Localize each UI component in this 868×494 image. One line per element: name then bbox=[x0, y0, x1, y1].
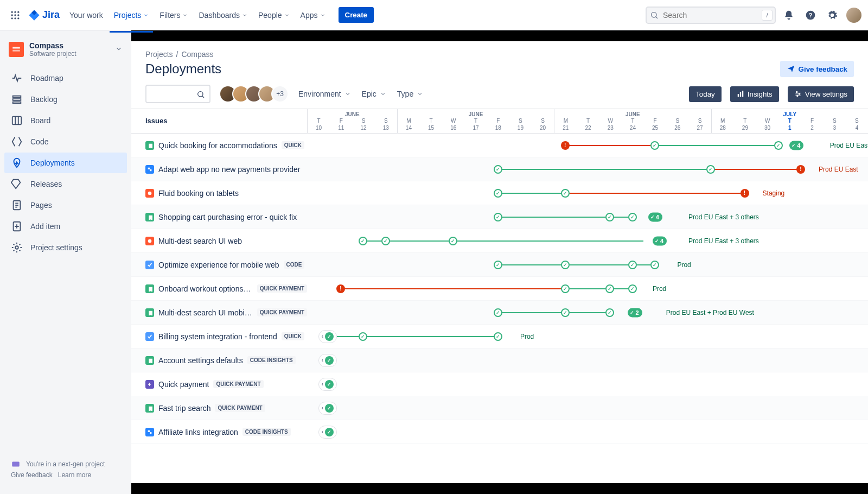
deployment-count-badge[interactable]: 4 bbox=[789, 141, 803, 150]
timeline-row[interactable]: Quick booking for accommodationsQUICK4Pr… bbox=[131, 134, 868, 157]
assignee-filter[interactable]: +3 bbox=[219, 85, 289, 103]
sidebar-item-add-item[interactable]: Add item bbox=[4, 216, 127, 237]
timeline-row[interactable]: Account settings defaultsCODE INSIGHTS‹✓ bbox=[131, 349, 868, 372]
collapsed-deployment-pill[interactable]: ‹✓ bbox=[318, 402, 337, 415]
sidebar-item-code[interactable]: Code bbox=[4, 131, 127, 152]
svg-rect-13 bbox=[12, 50, 20, 52]
nav-item-filters[interactable]: Filters bbox=[155, 8, 192, 23]
deployment-success-icon[interactable] bbox=[359, 332, 367, 341]
issue-type-icon bbox=[145, 213, 154, 221]
deployment-fail-icon[interactable] bbox=[336, 284, 345, 293]
sidebar-item-pages[interactable]: Pages bbox=[4, 195, 127, 216]
settings-icon[interactable] bbox=[824, 7, 841, 24]
deployment-success-icon[interactable] bbox=[561, 284, 570, 293]
nav-item-projects[interactable]: Projects bbox=[110, 8, 154, 23]
issue-tag: CODE INSIGHTS bbox=[242, 428, 291, 436]
timeline-row[interactable]: Shopping cart purchasing error - quick f… bbox=[131, 205, 868, 229]
collapsed-deployment-pill[interactable]: ‹✓ bbox=[318, 378, 337, 391]
timeline-row[interactable]: Quick paymentQUICK PAYMENT‹✓ bbox=[131, 372, 868, 396]
deployment-success-icon[interactable] bbox=[494, 213, 502, 221]
project-switcher[interactable]: Compass Software project bbox=[4, 41, 127, 67]
timeline-row[interactable]: Affiliate links integrationCODE INSIGHTS… bbox=[131, 420, 868, 444]
page-title: Deployments bbox=[145, 61, 221, 77]
nav-item-people[interactable]: People bbox=[254, 8, 294, 23]
sidebar-item-board[interactable]: Board bbox=[4, 110, 127, 131]
deployment-success-icon[interactable] bbox=[605, 213, 614, 221]
environment-label: Prod bbox=[520, 333, 534, 340]
deployment-success-icon[interactable] bbox=[561, 189, 570, 198]
nav-item-apps[interactable]: Apps bbox=[296, 8, 330, 23]
sidebar-item-releases[interactable]: Releases bbox=[4, 174, 127, 194]
insights-button[interactable]: Insights bbox=[730, 86, 779, 102]
breadcrumb[interactable]: Projects/Compass bbox=[145, 50, 854, 59]
collapsed-deployment-pill[interactable]: ‹✓ bbox=[318, 354, 337, 367]
sidebar-item-project-settings[interactable]: Project settings bbox=[4, 237, 127, 258]
environment-label: Prod EU East bbox=[819, 166, 858, 173]
deployment-count-badge[interactable]: 4 bbox=[653, 236, 667, 245]
nav-item-dashboards[interactable]: Dashboards bbox=[194, 8, 252, 23]
view-settings-button[interactable]: View settings bbox=[788, 86, 854, 102]
user-avatar[interactable] bbox=[846, 8, 861, 23]
deployment-success-icon[interactable] bbox=[561, 261, 570, 269]
svg-rect-25 bbox=[742, 91, 743, 97]
svg-point-7 bbox=[14, 17, 16, 19]
create-button[interactable]: Create bbox=[339, 7, 374, 23]
deployment-success-icon[interactable] bbox=[359, 237, 367, 245]
deployment-success-icon[interactable] bbox=[381, 237, 390, 245]
help-icon[interactable]: ? bbox=[802, 7, 819, 24]
deployment-success-icon[interactable] bbox=[494, 165, 502, 174]
timeline-row[interactable]: Billing system integration - frontendQUI… bbox=[131, 325, 868, 349]
epic-filter[interactable]: Epic bbox=[361, 86, 387, 102]
svg-text:?: ? bbox=[808, 11, 812, 18]
search-box[interactable]: / bbox=[646, 7, 776, 24]
timeline-row[interactable]: Fast trip searchQUICK PAYMENT‹✓ bbox=[131, 396, 868, 420]
deployment-success-icon[interactable] bbox=[494, 189, 502, 198]
search-icon bbox=[650, 11, 659, 21]
sidebar-footer: You're in a next-gen project Give feedba… bbox=[4, 455, 127, 483]
deployment-count-badge[interactable]: 4 bbox=[648, 212, 662, 221]
app-switcher-icon[interactable] bbox=[7, 7, 24, 24]
search-icon bbox=[196, 90, 205, 100]
deployment-success-icon[interactable] bbox=[706, 165, 715, 174]
deployment-success-icon[interactable] bbox=[494, 332, 502, 341]
timeline-row[interactable]: Multi-dest search UI web4Prod EU East + … bbox=[131, 229, 868, 253]
jira-logo[interactable]: Jira bbox=[28, 9, 60, 21]
give-feedback-link[interactable]: Give feedback bbox=[11, 471, 53, 479]
sidebar-item-backlog[interactable]: Backlog bbox=[4, 89, 127, 110]
deployment-success-icon[interactable] bbox=[449, 237, 457, 245]
collapsed-deployment-pill[interactable]: ‹✓ bbox=[318, 426, 337, 439]
deployment-success-icon[interactable] bbox=[494, 261, 502, 269]
deployment-success-icon[interactable] bbox=[605, 284, 614, 293]
deployment-fail-icon[interactable] bbox=[741, 189, 749, 198]
timeline-row[interactable]: Fluid booking on tabletsStaging bbox=[131, 181, 868, 205]
deployment-success-icon[interactable] bbox=[605, 308, 614, 317]
search-input[interactable] bbox=[646, 7, 776, 24]
sidebar-item-roadmap[interactable]: Roadmap bbox=[4, 68, 127, 88]
timeline-row[interactable]: Multi-dest search UI mobilewebQUICK PAYM… bbox=[131, 301, 868, 325]
deployment-fail-icon[interactable] bbox=[561, 141, 570, 150]
filter-search[interactable] bbox=[145, 85, 210, 103]
bell-icon[interactable] bbox=[780, 7, 797, 24]
deployment-success-icon[interactable] bbox=[628, 284, 637, 293]
give-feedback-button[interactable]: Give feedback bbox=[780, 61, 854, 77]
timeline-row[interactable]: Onboard workout options (OWO)QUICK PAYME… bbox=[131, 277, 868, 301]
timeline-row[interactable]: Optimize experience for mobile webCODEPr… bbox=[131, 253, 868, 277]
deployment-success-icon[interactable] bbox=[650, 261, 659, 269]
type-filter[interactable]: Type bbox=[396, 86, 424, 102]
today-button[interactable]: Today bbox=[689, 86, 722, 102]
sidebar-item-deployments[interactable]: Deployments bbox=[4, 153, 127, 173]
learn-more-link[interactable]: Learn more bbox=[58, 471, 91, 479]
deployment-success-icon[interactable] bbox=[650, 141, 659, 150]
timeline-row[interactable]: Adapt web app no new payments providerPr… bbox=[131, 157, 868, 181]
deployment-success-icon[interactable] bbox=[628, 213, 637, 221]
deployment-fail-icon[interactable] bbox=[796, 165, 805, 174]
collapsed-deployment-pill[interactable]: ‹✓ bbox=[318, 330, 337, 343]
deployment-success-icon[interactable] bbox=[494, 308, 502, 317]
deployment-success-icon[interactable] bbox=[774, 141, 783, 150]
deployment-count-badge[interactable]: 2 bbox=[628, 308, 642, 317]
deployment-success-icon[interactable] bbox=[561, 308, 570, 317]
deployment-success-icon[interactable] bbox=[628, 261, 637, 269]
environment-filter[interactable]: Environment bbox=[297, 86, 352, 102]
nav-item-your-work[interactable]: Your work bbox=[65, 8, 107, 23]
svg-rect-21 bbox=[12, 462, 20, 467]
